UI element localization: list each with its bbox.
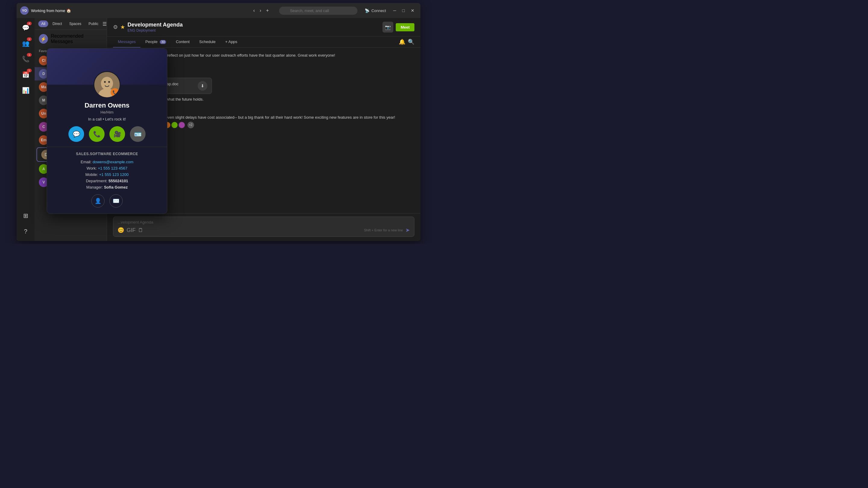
channel-header: ⚙ ★ Development Agenda ENG Deployment 📷 … — [107, 18, 421, 36]
contact-card-banner: 📞 — [47, 48, 167, 85]
contact-mobile-phone: Mobile: +1 555 123 1200 — [53, 172, 161, 177]
seen-more-count: +2 — [187, 122, 194, 128]
sidebar-icons: 💬 4 👥 1 📞 1 📅 1 📊 ⊞ ? — [17, 18, 35, 241]
window-controls: ─ □ ✕ — [391, 7, 417, 14]
call-indicator: 📞 — [111, 88, 119, 97]
contact-card: 📞 Darren Owens He/Him In a call • Let's … — [47, 48, 167, 214]
sticker-button[interactable]: 🗒 — [138, 227, 144, 233]
message-reactions: 3 😊 — [127, 60, 414, 66]
status-text: In a call — [88, 117, 101, 121]
connect-icon: 📡 — [365, 8, 370, 13]
email-link[interactable]: dowens@example.com — [93, 160, 133, 164]
emoji-button[interactable]: 😊 — [118, 227, 124, 233]
contact-avatar: 📞 — [93, 71, 121, 98]
contact-card-button[interactable]: 🪪 — [130, 126, 146, 142]
mobile-phone-link[interactable]: +1 555 123 1200 — [99, 172, 129, 177]
contact-manager: Manager: Sofia Gomez — [53, 185, 161, 190]
message-input-area: ...velopment Agenda 😊 GIF 🗒 Shift + Ente… — [107, 213, 421, 241]
contact-card-body: Darren Owens He/Him In a call • Let's ro… — [47, 85, 167, 214]
title-bar: YO Working from home 🏠 ‹ › + 🔍 📡 Connect… — [17, 3, 421, 18]
analytics-icon: 📊 — [22, 87, 30, 94]
tab-apps[interactable]: + Apps — [220, 36, 242, 47]
star-icon[interactable]: ★ — [120, 24, 125, 30]
sidebar-icon-apps[interactable]: ⊞ — [19, 208, 33, 223]
user-avatar[interactable]: YO — [20, 6, 29, 15]
seen-avatar — [171, 122, 178, 128]
svg-point-4 — [108, 81, 110, 83]
channel-sub[interactable]: ENG Deployment — [127, 28, 183, 33]
work-phone-link[interactable]: +1 555 123 4567 — [98, 166, 127, 170]
nav-forward-button[interactable]: › — [258, 7, 263, 14]
recommended-icon: ⚡ — [39, 34, 48, 44]
sidebar-icon-chat[interactable]: 💬 4 — [19, 21, 33, 35]
sidebar-icon-teams[interactable]: 👥 1 — [19, 36, 33, 51]
tab-schedule[interactable]: Schedule — [194, 36, 220, 47]
shift-hint: Shift + Enter for a new line — [364, 228, 403, 232]
message-placeholder: ...velopment Agenda — [118, 220, 410, 224]
gif-button[interactable]: GIF — [127, 227, 135, 233]
department-value: 555024101 — [108, 178, 128, 183]
status-separator: • — [103, 117, 105, 121]
nav-add-button[interactable]: + — [264, 7, 271, 14]
message-input-box[interactable]: ...velopment Agenda 😊 GIF 🗒 Shift + Ente… — [113, 217, 414, 237]
contact-name: Darren Owens — [53, 101, 161, 109]
tab-all[interactable]: All — [38, 21, 48, 27]
search-container: 🔍 — [279, 7, 358, 15]
minimize-button[interactable]: ─ — [391, 7, 399, 14]
tab-direct[interactable]: Direct — [50, 21, 65, 27]
sidebar-icon-calls[interactable]: 📞 1 — [19, 52, 33, 66]
profile-button[interactable]: 👤 — [91, 194, 104, 207]
message-input-actions: 😊 GIF 🗒 Shift + Enter for a new line ➤ — [118, 227, 410, 233]
tab-spaces[interactable]: Spaces — [66, 21, 84, 27]
notifications-button[interactable]: 🔔 — [399, 38, 405, 45]
tab-messages[interactable]: Messages — [113, 36, 141, 47]
message-reactions: 👍 — [127, 104, 414, 110]
close-button[interactable]: ✕ — [408, 7, 417, 14]
email-button[interactable]: ✉️ — [110, 194, 123, 207]
apps-icon: ⊞ — [23, 212, 28, 219]
channel-tabs: Messages People 30 Content Schedule + Ap… — [107, 36, 421, 47]
recommended-label: Recommended Messages — [51, 33, 102, 44]
contact-email: Email: dowens@example.com — [53, 160, 161, 164]
chat-badge: 4 — [27, 22, 32, 25]
tab-content[interactable]: Content — [171, 36, 194, 47]
contact-org: SALES.SOFTWARE ECOMMERCE — [53, 152, 161, 156]
message-text: ...all take a moment to reflect on just … — [127, 53, 414, 59]
search-input[interactable] — [279, 7, 358, 15]
meet-button[interactable]: Meet — [396, 23, 414, 31]
contact-status: In a call • Let's rock it! — [53, 117, 161, 121]
seen-avatar — [179, 122, 185, 128]
contact-pronouns: He/Him — [53, 110, 161, 115]
camera-button[interactable]: 📷 — [382, 22, 393, 33]
send-button[interactable]: ➤ — [405, 227, 410, 233]
filter-button[interactable]: ☰ — [102, 21, 107, 27]
nav-back-button[interactable]: ‹ — [251, 7, 256, 14]
sidebar-icon-help[interactable]: ? — [19, 224, 33, 238]
settings-icon[interactable]: ⚙ — [113, 24, 118, 30]
contact-avatar-wrap: 📞 — [93, 71, 121, 98]
nav-controls: ‹ › + — [251, 7, 271, 14]
app-title: Working from home 🏠 — [31, 8, 251, 13]
download-button[interactable]: ⬇ — [198, 81, 207, 91]
maximize-button[interactable]: □ — [400, 7, 407, 14]
tab-people[interactable]: People 30 — [141, 36, 171, 47]
sidebar-icon-calendar[interactable]: 📅 1 — [19, 67, 33, 82]
sidebar-tabs: All Direct Spaces Public ☰ — [35, 18, 107, 30]
tab-public[interactable]: Public — [86, 21, 101, 27]
message-text: ...at. Can't wait to see what the future… — [127, 96, 414, 102]
message-text: ...ight schedules, and even slight delay… — [127, 115, 414, 121]
recommended-messages-item[interactable]: ⚡ Recommended Messages — [35, 31, 107, 47]
status-extra: Let's rock it! — [105, 117, 126, 121]
seen-row: Seen by ••• +2 — [127, 122, 414, 128]
people-count-badge: 30 — [160, 40, 166, 44]
help-icon: ? — [24, 228, 27, 235]
sidebar-icon-analytics[interactable]: 📊 — [19, 83, 33, 98]
contact-video-button[interactable]: 🎥 — [110, 126, 125, 142]
connect-button[interactable]: 📡 Connect — [365, 8, 386, 13]
contact-work-phone: Work: +1 555 123 4567 — [53, 166, 161, 170]
teams-badge: 1 — [27, 37, 32, 41]
search-channel-button[interactable]: 🔍 — [408, 38, 414, 45]
contact-chat-button[interactable]: 💬 — [68, 126, 84, 142]
contact-call-button[interactable]: 📞 — [89, 126, 104, 142]
calendar-badge: 1 — [27, 69, 32, 72]
